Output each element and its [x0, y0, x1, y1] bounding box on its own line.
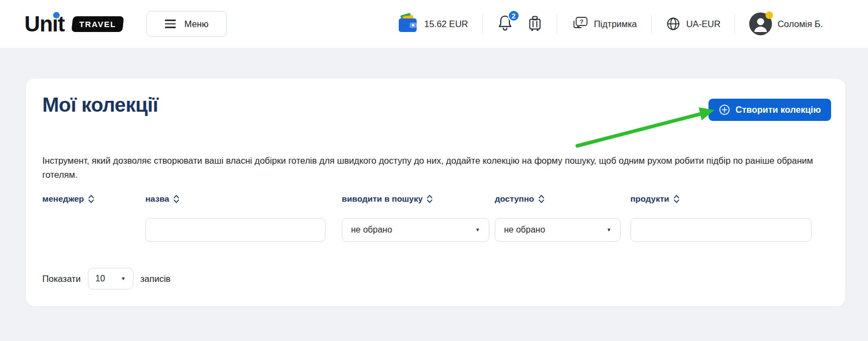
- plus-circle-icon: [719, 104, 730, 115]
- brand-logo[interactable]: Unit TRAVEL: [24, 12, 123, 36]
- brand-badge: TRAVEL: [71, 16, 124, 32]
- support-chat-icon: ?: [571, 16, 589, 32]
- avatar: [749, 12, 772, 35]
- wallet-balance: 15.62 EUR: [424, 19, 468, 29]
- svg-text:?: ?: [579, 18, 583, 25]
- page-title: Мої колекції: [42, 94, 158, 117]
- page-size-select[interactable]: 10 ▼: [88, 268, 133, 289]
- column-header-manager[interactable]: менеджер: [42, 194, 94, 204]
- page-size-value: 10: [95, 274, 105, 284]
- luggage-icon: [527, 15, 542, 33]
- header-actions: 15.62 EUR 2: [396, 0, 857, 48]
- sort-icon: [173, 194, 180, 204]
- page-size-show-label: Показати: [42, 274, 81, 284]
- notifications-count-badge: 2: [508, 10, 520, 22]
- header-divider: [735, 14, 735, 34]
- support-label: Підтримка: [594, 19, 637, 29]
- column-header-show-in-search[interactable]: виводити в пошуку: [342, 194, 433, 204]
- page-description: Інструмент, який дозволяє створювати ваш…: [42, 153, 825, 182]
- sort-icon: [538, 194, 545, 204]
- trips-button[interactable]: [527, 15, 542, 33]
- brand-wordmark: Unit: [24, 12, 65, 36]
- locale-currency-button[interactable]: UA-EUR: [666, 16, 720, 31]
- page-size-row: Показати 10 ▼ записів: [42, 268, 170, 289]
- column-header-products[interactable]: продукти: [630, 194, 680, 204]
- brand-dot-icon: [53, 12, 60, 18]
- user-menu-button[interactable]: Соломія Б.: [749, 12, 823, 35]
- header-divider: [482, 14, 483, 34]
- filter-show-in-search-value: не обрано: [351, 225, 392, 235]
- filter-available-value: не обрано: [504, 225, 545, 235]
- wallet-balance-button[interactable]: 15.62 EUR: [396, 12, 468, 35]
- top-navigation-bar: Unit TRAVEL Меню 15.62 EUR: [0, 0, 868, 48]
- chevron-down-icon: ▼: [607, 227, 611, 233]
- chevron-down-icon: ▼: [475, 227, 480, 233]
- green-arrow-annotation: [564, 103, 722, 155]
- sort-icon: [88, 194, 94, 204]
- filter-show-in-search-select[interactable]: не обрано ▼: [342, 218, 489, 242]
- filter-name-input[interactable]: [145, 218, 326, 242]
- header-divider: [651, 14, 652, 34]
- wallet-icon: [396, 12, 419, 35]
- page-size-records-label: записів: [141, 274, 171, 284]
- filter-products-input[interactable]: [630, 218, 812, 242]
- column-header-available[interactable]: доступно: [495, 194, 545, 204]
- menu-button-label: Меню: [184, 19, 209, 29]
- hamburger-icon: [165, 20, 176, 28]
- create-collection-button[interactable]: Створити колекцію: [709, 99, 831, 121]
- sort-icon: [673, 194, 680, 204]
- header-divider: [557, 14, 557, 34]
- notifications-button[interactable]: 2: [497, 14, 513, 34]
- globe-icon: [666, 16, 681, 31]
- sort-icon: [426, 194, 433, 204]
- column-header-name[interactable]: назва: [145, 194, 180, 204]
- locale-label: UA-EUR: [686, 19, 720, 29]
- chevron-down-icon: ▼: [121, 276, 126, 281]
- support-button[interactable]: ? Підтримка: [571, 16, 637, 32]
- status-dot-icon: [765, 11, 773, 19]
- user-name: Соломія Б.: [777, 19, 823, 29]
- filter-available-select[interactable]: не обрано ▼: [495, 218, 621, 242]
- collections-panel: Мої колекції Створити колекцію Інструмен…: [26, 79, 845, 306]
- create-collection-label: Створити колекцію: [736, 105, 821, 115]
- menu-button[interactable]: Меню: [146, 11, 227, 37]
